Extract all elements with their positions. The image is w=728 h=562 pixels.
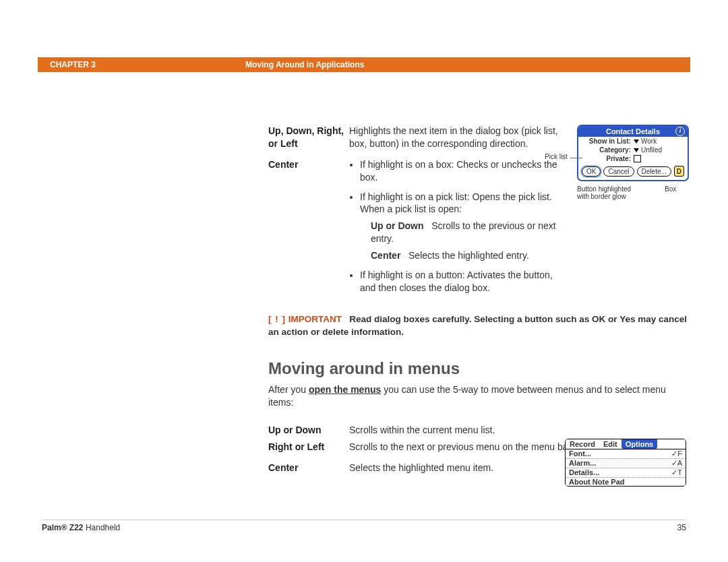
bullet-item: If highlight is on a pick list: Opens th… bbox=[360, 191, 558, 262]
cancel-button[interactable]: Cancel bbox=[603, 166, 634, 177]
menu-tab-record[interactable]: Record bbox=[566, 439, 599, 449]
page-footer: Palm® Z22 Handheld 35 bbox=[42, 520, 686, 532]
sub-text: Selects the highlighted entry. bbox=[408, 250, 529, 261]
chapter-section: Moving Around in Applications bbox=[245, 60, 364, 69]
dialog-field-row: Show in List: Work bbox=[578, 137, 688, 146]
dialog-title-bar: Contact Details i bbox=[578, 126, 688, 137]
caption-button-highlight: Button highlighted with border glow bbox=[577, 185, 638, 200]
field-label: Show in List: bbox=[582, 137, 634, 145]
definition-row: Up or Down Scrolls within the current me… bbox=[268, 424, 578, 437]
definition-desc: If highlight is on a box: Checks or unch… bbox=[349, 158, 558, 301]
section-intro: After you open the menus you can use the… bbox=[268, 383, 688, 409]
menu-item[interactable]: About Note Pad bbox=[566, 477, 686, 486]
menu-item-shortcut: ✓A bbox=[671, 459, 682, 468]
footer-product-bold: Palm® Z22 bbox=[42, 523, 84, 532]
definition-term: Center bbox=[268, 158, 349, 301]
chapter-header-bar: CHAPTER 3 Moving Around in Applications bbox=[38, 57, 690, 72]
definition-desc: Scrolls within the current menu list. bbox=[349, 424, 578, 437]
menu-item-label: Details... bbox=[569, 468, 599, 477]
info-icon[interactable]: i bbox=[675, 127, 685, 136]
menu-item-label: Font... bbox=[569, 449, 591, 458]
definition-row: Up, Down, Right, or Left Highlights the … bbox=[268, 125, 558, 150]
dropdown-triangle-icon[interactable] bbox=[634, 139, 639, 144]
definition-term: Up, Down, Right, or Left bbox=[268, 125, 349, 150]
footer-product-rest: Handheld bbox=[84, 523, 121, 532]
callout-pick-list: Pick list bbox=[545, 153, 568, 160]
sub-term: Center bbox=[371, 250, 400, 261]
figure-menu-bar: Record Edit Options Font...✓F Alarm...✓A… bbox=[565, 439, 686, 487]
open-the-menus-link[interactable]: open the menus bbox=[309, 384, 381, 395]
callout-label: Pick list bbox=[545, 153, 568, 160]
sub-definition: Up or Down Scrolls to the previous or ne… bbox=[360, 220, 558, 245]
delete-button[interactable]: Delete... bbox=[637, 166, 671, 177]
footer-product: Palm® Z22 Handheld bbox=[42, 523, 120, 532]
dialog-field-row: Category: Unfiled bbox=[578, 146, 688, 154]
menu-item[interactable]: Alarm...✓A bbox=[566, 458, 686, 468]
menu-tabs: Record Edit Options bbox=[566, 439, 686, 449]
sub-definition: Center Selects the highlighted entry. bbox=[360, 249, 558, 262]
section-heading: Moving around in menus bbox=[268, 358, 688, 379]
definition-desc: Highlights the next item in the dialog b… bbox=[349, 125, 558, 150]
field-label: Category: bbox=[582, 146, 634, 154]
menu-item-label: About Note Pad bbox=[569, 478, 625, 486]
field-value[interactable]: Work bbox=[641, 137, 657, 145]
caption-box: Box bbox=[665, 185, 676, 200]
definition-term: Up or Down bbox=[268, 424, 349, 437]
bullet-item: If highlight is on a button: Activates t… bbox=[360, 269, 558, 294]
definition-row: Center Selects the highlighted menu item… bbox=[268, 462, 578, 474]
dialog-button-row: OK Cancel Delete... D bbox=[578, 163, 688, 180]
callout-leader-line bbox=[570, 158, 582, 158]
important-label: IMPORTANT bbox=[289, 314, 342, 324]
contact-details-dialog: Contact Details i Show in List: Work Cat… bbox=[577, 125, 689, 181]
footer-page-number: 35 bbox=[677, 523, 686, 532]
field-value[interactable]: Unfiled bbox=[641, 146, 662, 154]
important-note: [ ! ] IMPORTANT Read dialog boxes carefu… bbox=[268, 313, 688, 339]
dialog-field-row: Private: bbox=[578, 154, 688, 163]
intro-text: After you bbox=[268, 384, 309, 395]
menu-item[interactable]: Font...✓F bbox=[566, 449, 686, 458]
note-button-icon[interactable]: D bbox=[674, 166, 684, 177]
menu-dropdown: Font...✓F Alarm...✓A Details...✓T About … bbox=[566, 449, 686, 486]
chapter-number: CHAPTER 3 bbox=[38, 60, 245, 69]
bullet-text: If highlight is on a pick list: Opens th… bbox=[360, 191, 552, 215]
private-checkbox[interactable] bbox=[634, 155, 641, 162]
figure-contact-details: Pick list Contact Details i Show in List… bbox=[545, 125, 686, 200]
menu-item-shortcut: ✓T bbox=[671, 468, 682, 477]
definition-term: Right or Left bbox=[268, 441, 349, 454]
dialog-title: Contact Details bbox=[606, 127, 660, 135]
definition-desc: Scrolls to the next or previous menu on … bbox=[349, 441, 578, 454]
sub-term: Up or Down bbox=[371, 220, 424, 231]
definition-term: Center bbox=[268, 462, 349, 474]
menu-bar: Record Edit Options Font...✓F Alarm...✓A… bbox=[565, 439, 686, 487]
bullet-item: If highlight is on a box: Checks or unch… bbox=[360, 158, 558, 184]
definition-row: Right or Left Scrolls to the next or pre… bbox=[268, 441, 578, 454]
field-label: Private: bbox=[582, 155, 634, 162]
menu-item-shortcut: ✓F bbox=[671, 449, 682, 458]
menu-item-label: Alarm... bbox=[569, 459, 596, 468]
important-bracket-icon: [ ! ] bbox=[268, 314, 286, 324]
definition-desc: Selects the highlighted menu item. bbox=[349, 462, 578, 474]
figure-captions: Button highlighted with border glow Box bbox=[577, 185, 686, 200]
ok-button[interactable]: OK bbox=[582, 166, 601, 177]
menu-item[interactable]: Details...✓T bbox=[566, 468, 686, 477]
menu-tab-edit[interactable]: Edit bbox=[599, 439, 621, 449]
menu-tab-options[interactable]: Options bbox=[621, 439, 658, 449]
definition-row: Center If highlight is on a box: Checks … bbox=[268, 158, 558, 301]
dropdown-triangle-icon[interactable] bbox=[634, 148, 639, 152]
